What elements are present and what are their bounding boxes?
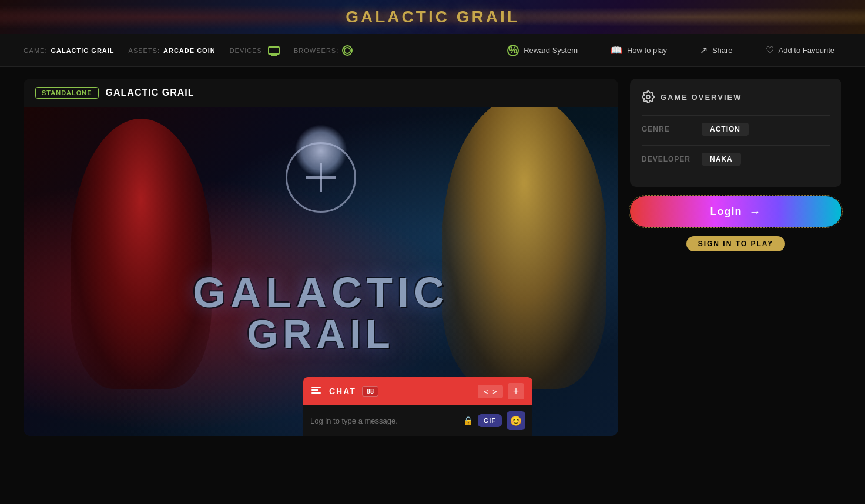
monitor-icon [268, 46, 280, 55]
chat-count-badge: 88 [362, 386, 378, 397]
art-title-line1: GALACTIC [193, 269, 449, 316]
symbol-cross [306, 163, 336, 192]
chat-code-button[interactable]: < > [478, 385, 503, 398]
add-to-favourite-button[interactable]: ♡ Add to Favourite [759, 41, 841, 59]
svg-point-0 [646, 95, 650, 99]
game-header: STANDALONE GALACTIC GRAIL [24, 79, 618, 107]
symbol-circle [286, 142, 356, 213]
overview-header: GAME OVERVIEW [642, 90, 830, 103]
right-sidebar: GAME OVERVIEW GENRE ACTION DEVELOPER NAK… [630, 79, 841, 251]
chat-header-left: CHAT 88 [311, 386, 378, 397]
login-label: Login [710, 206, 742, 218]
reward-label: Reward System [524, 46, 578, 55]
devices-info: DEVICES: [230, 46, 280, 55]
overview-title: GAME OVERVIEW [661, 93, 742, 102]
game-art-title: GALACTIC GRAIL [193, 271, 449, 354]
game-panel: STANDALONE GALACTIC GRAIL GALACTIC GRAIL [24, 79, 618, 436]
gif-button[interactable]: GIF [478, 414, 502, 427]
game-image-area: GALACTIC GRAIL CHAT 88 [24, 107, 618, 436]
share-label: Share [712, 46, 733, 55]
chat-icon [311, 387, 323, 396]
browsers-label: BROWSERS: [294, 47, 338, 54]
separator-2 [642, 145, 830, 146]
art-title-line2: GRAIL [193, 314, 449, 354]
chat-label: CHAT [329, 387, 356, 396]
chat-icon-line2 [311, 389, 318, 391]
separator-1 [642, 115, 830, 116]
sign-in-note: SIGN IN TO PLAY [630, 236, 841, 251]
game-value: GALACTIC GRAIL [51, 47, 114, 54]
emoji-button[interactable]: 😊 [507, 411, 525, 430]
game-panel-title: GALACTIC GRAIL [106, 88, 195, 98]
game-info: GAME: GALACTIC GRAIL [24, 47, 115, 54]
gear-icon [642, 90, 655, 103]
developer-label: DEVELOPER [642, 155, 695, 163]
how-to-play-label: How to play [627, 46, 667, 55]
genre-label: GENRE [642, 125, 695, 133]
devices-label: DEVICES: [230, 47, 264, 54]
developer-row: DEVELOPER NAKA [642, 153, 830, 166]
lock-icon: 🔒 [463, 416, 473, 425]
book-icon: 📖 [611, 45, 622, 56]
chat-input-area: 🔒 GIF 😊 [303, 405, 532, 436]
assets-info: ASSETS: ARCADE COIN [129, 47, 216, 54]
arrow-icon: → [749, 205, 761, 219]
center-symbol [286, 142, 356, 213]
favourite-label: Add to Favourite [779, 46, 834, 55]
how-to-play-button[interactable]: 📖 How to play [604, 41, 674, 59]
reward-icon: % [507, 45, 519, 56]
game-label: GAME: [24, 47, 47, 54]
character-left [71, 119, 212, 389]
info-bar: GAME: GALACTIC GRAIL ASSETS: ARCADE COIN… [0, 34, 865, 67]
browser-icon [342, 45, 353, 56]
banner-title: GALACTIC GRAIL [346, 8, 519, 26]
character-right [442, 107, 606, 389]
chat-header-right: < > + [478, 383, 524, 399]
heart-icon: ♡ [766, 45, 774, 56]
chat-overlay: CHAT 88 < > + 🔒 GIF 😊 [303, 377, 532, 436]
standalone-badge: STANDALONE [35, 87, 99, 99]
info-bar-right: % Reward System 📖 How to play ↗ Share ♡ … [500, 41, 841, 60]
info-bar-left: GAME: GALACTIC GRAIL ASSETS: ARCADE COIN… [24, 45, 500, 56]
chat-input[interactable] [310, 416, 458, 425]
chat-icon-line1 [311, 387, 321, 388]
genre-row: GENRE ACTION [642, 123, 830, 136]
game-overview-card: GAME OVERVIEW GENRE ACTION DEVELOPER NAK… [630, 79, 841, 187]
share-icon: ↗ [700, 45, 708, 56]
chat-plus-button[interactable]: + [508, 383, 524, 399]
genre-value: ACTION [702, 123, 749, 136]
top-banner: GALACTIC GRAIL [0, 0, 865, 34]
developer-value: NAKA [702, 153, 741, 166]
sign-in-badge: SIGN IN TO PLAY [686, 236, 786, 251]
reward-system-button[interactable]: % Reward System [500, 41, 585, 60]
assets-value: ARCADE COIN [163, 47, 216, 54]
main-content: STANDALONE GALACTIC GRAIL GALACTIC GRAIL [0, 67, 865, 448]
chat-header: CHAT 88 < > + [303, 377, 532, 405]
login-button[interactable]: Login → [630, 196, 841, 227]
assets-label: ASSETS: [129, 47, 160, 54]
chat-icon-line3 [311, 392, 321, 394]
share-button[interactable]: ↗ Share [693, 41, 740, 59]
browsers-info: BROWSERS: [294, 45, 353, 56]
